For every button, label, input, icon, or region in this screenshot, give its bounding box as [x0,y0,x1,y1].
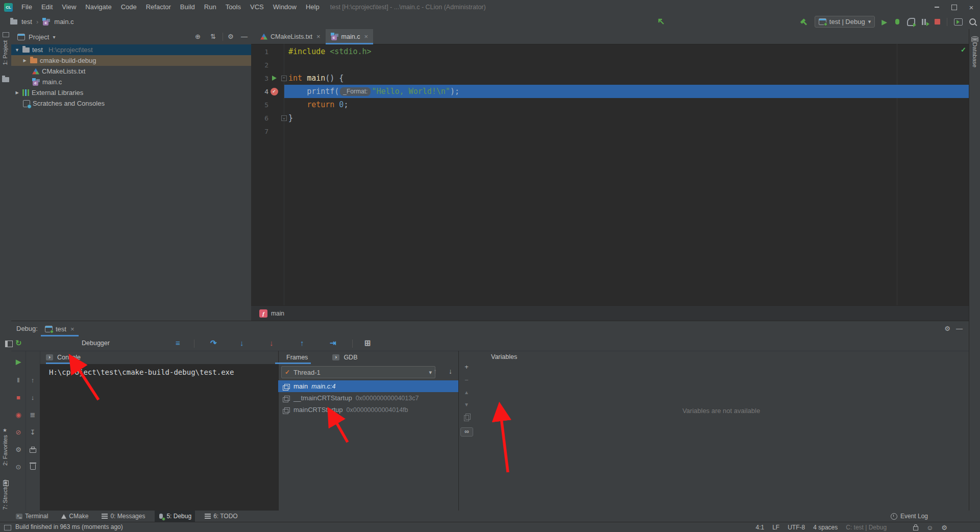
move-up-icon[interactable]: ▲ [459,390,474,395]
menu-build[interactable]: Build [176,0,200,14]
breadcrumb-file[interactable]: main.c [54,18,74,26]
tab-console[interactable]: Console [56,351,82,364]
frame-row-main[interactable]: main main.c:4 [278,380,458,392]
green-arrow-icon[interactable] [656,17,666,28]
print-icon[interactable] [26,446,40,454]
step-over-icon[interactable]: ↷ [210,338,217,348]
tree-item-cmakelists[interactable]: CMakeLists.txt [11,66,251,77]
menu-tools[interactable]: Tools [221,0,246,14]
frame-row-tmaincrtstartup[interactable]: __tmainCRTStartup 0x00000000004013c7 [278,392,458,404]
expanded-icon[interactable]: ▼ [14,47,20,53]
scroll-to-end-icon[interactable]: ↧ [26,428,40,436]
up-stack-icon[interactable]: ↑ [26,376,40,384]
close-icon[interactable]: × [316,33,321,40]
profiler-button[interactable] [922,19,928,25]
toolbar-todo[interactable]: 6: TODO [201,511,241,522]
build-icon[interactable] [800,18,808,26]
debug-session-tab[interactable]: test × [41,321,79,336]
pause-icon[interactable]: ‖ [11,376,26,384]
hide-panel-icon[interactable]: — [956,325,963,332]
force-step-into-icon[interactable]: ↓ [270,338,274,347]
run-configuration-select[interactable]: test | Debug ▾ [815,16,875,28]
gear-icon[interactable]: ⚙ [941,524,947,531]
menu-edit[interactable]: Edit [37,0,57,14]
run-main-icon[interactable] [272,76,277,81]
close-icon[interactable]: × [364,33,368,40]
maximize-button[interactable] [945,0,963,14]
down-stack-icon[interactable]: ↓ [26,394,40,401]
gear-icon[interactable]: ⚙ [11,446,26,453]
run-button[interactable]: ▶ [881,18,887,26]
tree-item-cmake-build-debug[interactable]: ▶ cmake-build-debug [11,55,251,66]
frame-down-icon[interactable]: ↓ [449,367,452,375]
resume-icon[interactable]: ▶ [11,358,26,366]
highlighting-level-icon[interactable]: ☺ [926,524,933,531]
tab-main-c[interactable]: main.c × [326,29,373,44]
run-to-cursor-icon[interactable]: ⇥ [330,338,336,348]
remove-watch-icon[interactable]: − [459,376,474,384]
tool-stripe-structure[interactable]: 7: Structure [2,479,8,510]
tool-windows-icon[interactable] [4,525,11,530]
menu-help[interactable]: Help [301,0,324,14]
file-encoding[interactable]: UTF-8 [788,524,805,531]
move-down-icon[interactable]: ▼ [459,402,474,407]
soft-wrap-icon[interactable]: ≣ [26,411,40,419]
layout-settings-icon[interactable] [5,341,13,347]
collapse-all-icon[interactable]: ⇅ [210,33,216,40]
tab-frames[interactable]: Frames [285,351,309,364]
run-anything-button[interactable] [954,18,963,26]
console-output[interactable]: H:\cproject\test\cmake-build-debug\test.… [40,364,278,511]
menu-refactor[interactable]: Refactor [141,0,176,14]
caret-position[interactable]: 4:1 [756,524,765,531]
project-panel-title[interactable]: Project [29,33,49,41]
event-log-button[interactable]: Event Log [891,511,928,522]
minimize-button[interactable] [928,0,945,14]
evaluate-expression-icon[interactable]: ⊞ [364,338,371,348]
tool-stripe-project[interactable]: 1: Project [2,40,8,65]
toolbar-terminal[interactable]: Terminal [12,511,52,522]
duplicate-icon[interactable] [459,415,474,423]
view-breakpoints-icon[interactable]: ◉ [11,411,26,419]
close-icon[interactable]: × [70,325,75,333]
debug-button[interactable] [894,18,900,25]
toolbar-messages[interactable]: 0: Messages [98,511,149,522]
fold-start-icon[interactable]: − [281,76,287,81]
clear-console-icon[interactable] [26,462,40,471]
step-out-icon[interactable]: ↑ [300,338,304,347]
line-separator[interactable]: LF [772,524,779,531]
tool-stripe-favorites[interactable]: 2: Favorites [2,435,8,466]
tree-item-scratches[interactable]: Scratches and Consoles [11,98,251,109]
tree-item-root[interactable]: ▼ test H:\cproject\test [11,44,251,55]
tab-gdb[interactable]: GDB [342,351,358,364]
locate-file-icon[interactable]: ⊕ [195,33,201,40]
menu-view[interactable]: View [57,0,81,14]
build-context[interactable]: C: test | Debug [846,524,887,531]
mute-breakpoints-icon[interactable]: ⊘ [11,428,26,436]
toolbar-debug[interactable]: 5: Debug [155,511,195,522]
tree-item-external-libraries[interactable]: ▶ External Libraries [11,87,251,98]
hide-panel-icon[interactable]: — [241,33,248,40]
fold-end-icon[interactable]: ⌄ [281,115,287,121]
code-editor[interactable]: ✓ 1 #include <stdio.h> 2 3 − int main() … [251,44,969,305]
pin-icon[interactable]: ⊙ [11,463,26,471]
breadcrumb-project[interactable]: test [21,18,32,26]
tool-stripe-database[interactable]: Database [972,42,978,67]
indent-setting[interactable]: 4 spaces [813,524,838,531]
gear-icon[interactable]: ⚙ [228,33,234,40]
lock-icon[interactable] [913,526,918,530]
debugger-tab[interactable]: Debugger [82,340,110,347]
menu-window[interactable]: Window [268,0,301,14]
tree-item-main-c[interactable]: main.c [11,77,251,87]
toolbar-cmake[interactable]: CMake [58,511,92,522]
coverage-button[interactable] [907,18,915,26]
step-into-icon[interactable]: ↓ [240,338,244,347]
menu-run[interactable]: Run [200,0,221,14]
breakpoint-icon[interactable]: ✓ [271,88,278,95]
collapsed-icon[interactable]: ▶ [22,58,28,63]
stop-button[interactable] [935,19,940,25]
frame-up-icon[interactable]: ↑ [433,367,437,375]
rerun-icon[interactable]: ↻ [15,338,22,348]
add-watch-icon[interactable]: + [459,363,474,371]
breadcrumb-function[interactable]: main [271,310,284,317]
menu-file[interactable]: File [17,0,37,14]
